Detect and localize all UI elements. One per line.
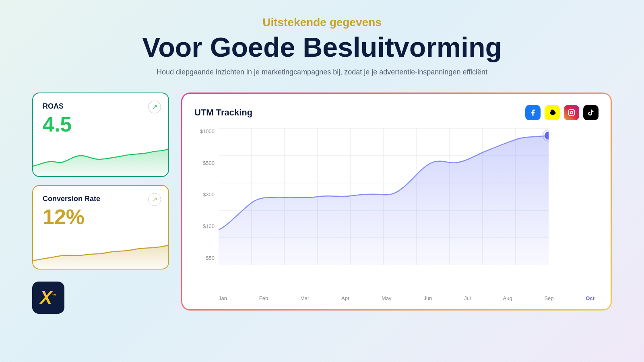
- y-label-50: $50: [194, 255, 215, 261]
- x-label-oct: Oct: [586, 295, 594, 301]
- tiktok-icon[interactable]: [583, 105, 599, 120]
- roas-arrow-button[interactable]: ↗: [148, 101, 161, 113]
- y-axis: $1000 $500 $300 $100 $50: [194, 128, 215, 265]
- conversion-value: 12%: [43, 205, 159, 229]
- logo-icon: X™: [40, 288, 56, 308]
- header-subtitle: Uitstekende gegevens: [8, 16, 636, 29]
- facebook-icon[interactable]: [525, 105, 541, 120]
- roas-title: ROAS: [43, 102, 159, 111]
- x-axis: Jan Feb Mar Apr May Jun Jul Aug Sep Oct: [219, 295, 594, 301]
- y-label-100: $100: [194, 223, 215, 229]
- x-label-jan: Jan: [219, 295, 227, 301]
- roas-card: ROAS 4.5 ↗: [32, 93, 169, 177]
- roas-sparkline: [33, 140, 168, 176]
- social-icons-group: [525, 105, 599, 120]
- snapchat-icon[interactable]: [545, 105, 560, 120]
- x-label-apr: Apr: [341, 295, 349, 301]
- logo-tm: ™: [52, 293, 56, 298]
- chart-title: UTM Tracking: [194, 107, 252, 118]
- logo-area: X™: [32, 282, 169, 314]
- logo-box: X™: [32, 282, 64, 314]
- y-label-1000: $1000: [194, 128, 215, 134]
- utm-chart-container: UTM Tracking: [181, 93, 612, 311]
- conversion-sparkline: [33, 232, 168, 269]
- main-content: ROAS 4.5 ↗ Conversion Rate 1: [0, 84, 644, 362]
- header-description: Houd diepgaande inzichten in je marketin…: [141, 68, 503, 76]
- x-label-may: May: [382, 295, 392, 301]
- conversion-arrow-button[interactable]: ↗: [148, 193, 161, 206]
- y-label-300: $300: [194, 191, 215, 197]
- svg-point-1: [570, 111, 573, 114]
- x-label-sep: Sep: [544, 295, 553, 301]
- chart-header: UTM Tracking: [194, 105, 599, 120]
- conversion-card: Conversion Rate 12% ↗: [32, 185, 169, 269]
- x-label-mar: Mar: [300, 295, 309, 301]
- x-label-feb: Feb: [259, 295, 268, 301]
- x-label-jun: Jun: [423, 295, 432, 301]
- roas-value: 4.5: [43, 112, 159, 136]
- chart-svg-area: $1000 $500 $300 $100 $50: [194, 128, 599, 289]
- line-chart-svg: [219, 128, 549, 265]
- instagram-icon[interactable]: [564, 105, 579, 120]
- x-label-jul: Jul: [464, 295, 471, 301]
- utm-chart-inner: UTM Tracking: [182, 94, 611, 309]
- conversion-title: Conversion Rate: [43, 195, 159, 203]
- svg-point-2: [573, 111, 574, 111]
- header-title: Voor Goede Besluitvorming: [8, 32, 636, 62]
- y-label-500: $500: [194, 160, 215, 166]
- page-header: Uitstekende gegevens Voor Goede Besluitv…: [0, 0, 644, 84]
- svg-rect-0: [569, 109, 575, 115]
- left-column: ROAS 4.5 ↗ Conversion Rate 1: [32, 93, 169, 314]
- x-label-aug: Aug: [503, 295, 512, 301]
